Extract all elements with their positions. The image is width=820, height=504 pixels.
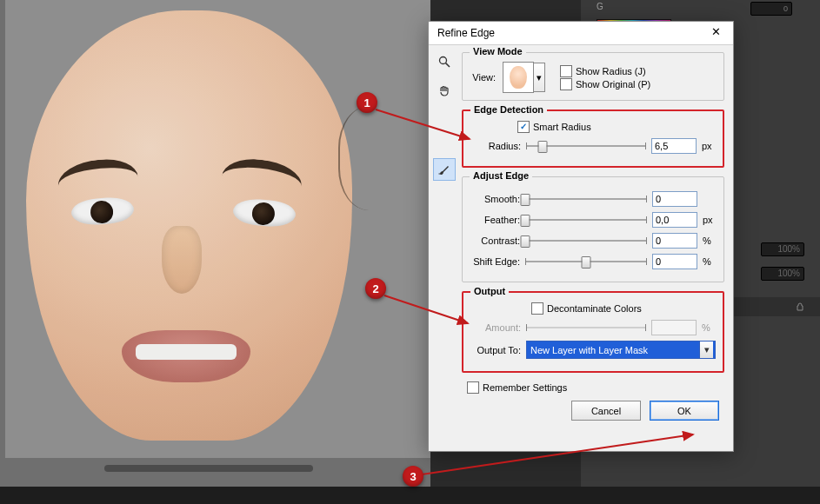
shift-edge-unit: % (703, 256, 717, 267)
smart-radius-label: Smart Radius (533, 122, 591, 132)
feather-input[interactable]: 0,0 (652, 212, 697, 228)
color-channel-label: G (597, 2, 603, 11)
chevron-down-icon: ▾ (699, 342, 713, 358)
radius-unit: px (702, 141, 716, 151)
decontaminate-colors-label: Decontaminate Colors (547, 303, 642, 314)
close-icon: ✕ (711, 25, 721, 38)
magnifier-icon (437, 55, 451, 69)
contrast-unit: % (703, 235, 717, 246)
contrast-input[interactable]: 0 (652, 233, 697, 249)
canvas-scrollbar-horizontal[interactable] (104, 465, 313, 472)
svg-rect-2 (439, 174, 443, 175)
view-label: View: (470, 72, 496, 83)
canvas-viewport (5, 0, 430, 458)
view-mode-group: View Mode View: ▾ Show Radius (J) Show O… (462, 52, 724, 101)
document-canvas[interactable] (0, 0, 430, 487)
face-brow-left (57, 156, 138, 188)
hand-icon (437, 84, 451, 98)
chevron-down-icon: ▾ (534, 63, 545, 92)
face-nose (162, 226, 202, 294)
face-brow-right (222, 156, 303, 188)
face-eye-right (232, 198, 297, 229)
lock-icon (796, 302, 804, 311)
edge-detection-title: Edge Detection (470, 104, 547, 115)
decontaminate-colors-checkbox[interactable]: Decontaminate Colors (531, 302, 716, 315)
checkbox-icon (467, 381, 479, 394)
checkbox-icon (517, 121, 530, 133)
contrast-label: Contrast: (470, 235, 520, 246)
amount-unit: % (702, 322, 716, 333)
shift-edge-input[interactable]: 0 (652, 254, 697, 269)
hand-tool-button[interactable] (433, 80, 456, 103)
contrast-slider[interactable] (525, 235, 647, 247)
brush-icon (437, 162, 451, 176)
zoom-tool-button[interactable] (433, 50, 456, 73)
selection-preview (26, 10, 352, 441)
annotation-marker-3: 3 (403, 466, 423, 487)
stray-hair-edge (338, 106, 415, 210)
output-title: Output (470, 286, 509, 296)
annotation-marker-1: 1 (357, 92, 377, 113)
face-eye-left (70, 196, 135, 227)
edge-detection-group: Edge Detection Smart Radius Radius: 6,5 … (462, 109, 724, 168)
amount-label: Amount: (470, 322, 521, 333)
amount-input (651, 320, 697, 335)
radius-slider[interactable] (526, 140, 646, 152)
remember-settings-checkbox[interactable]: Remember Settings (467, 381, 724, 394)
view-thumbnail-icon (510, 66, 527, 89)
amount-slider (526, 322, 646, 334)
checkbox-icon (560, 78, 572, 90)
shift-edge-label: Shift Edge: (470, 256, 520, 267)
fill-value[interactable]: 100% (761, 267, 804, 281)
show-radius-checkbox[interactable]: Show Radius (J) (560, 65, 650, 77)
checkbox-icon (560, 65, 572, 77)
view-mode-title: View Mode (470, 46, 526, 56)
adjust-edge-title: Adjust Edge (470, 170, 532, 181)
face-mouth (122, 330, 250, 382)
status-bar (0, 487, 820, 504)
output-group: Output Decontaminate Colors Amount: % Ou… (462, 291, 724, 373)
remember-settings-label: Remember Settings (483, 382, 567, 393)
close-button[interactable]: ✕ (703, 25, 728, 41)
svg-point-0 (440, 57, 447, 64)
smooth-slider[interactable] (525, 193, 647, 205)
refine-radius-tool-button[interactable] (433, 158, 456, 181)
show-radius-label: Show Radius (J) (576, 66, 646, 76)
dialog-titlebar[interactable]: Refine Edge ✕ (429, 22, 733, 45)
output-to-value: New Layer with Layer Mask (530, 345, 648, 355)
feather-slider[interactable] (525, 214, 647, 226)
cancel-button[interactable]: Cancel (571, 401, 641, 421)
feather-unit: px (703, 215, 717, 225)
opacity-value[interactable]: 100% (761, 242, 804, 256)
output-to-label: Output To: (470, 345, 521, 355)
refine-edge-dialog: Refine Edge ✕ (428, 21, 734, 452)
feather-label: Feather: (470, 215, 520, 225)
checkbox-icon (531, 302, 543, 315)
shift-edge-slider[interactable] (525, 255, 647, 268)
annotation-marker-2: 2 (365, 278, 386, 299)
smart-radius-checkbox[interactable]: Smart Radius (517, 121, 716, 133)
show-original-checkbox[interactable]: Show Original (P) (560, 78, 650, 90)
radius-input[interactable]: 6,5 (651, 138, 697, 154)
output-to-dropdown[interactable]: New Layer with Layer Mask ▾ (526, 341, 716, 359)
show-original-label: Show Original (P) (576, 79, 650, 90)
smooth-label: Smooth: (470, 194, 520, 204)
color-channel-value[interactable]: 0 (750, 2, 792, 16)
dialog-title: Refine Edge (437, 27, 495, 39)
radius-label: Radius: (470, 141, 521, 151)
smooth-input[interactable]: 0 (652, 191, 697, 207)
ok-button[interactable]: OK (650, 401, 719, 421)
adjust-edge-group: Adjust Edge Smooth: 0 Feather: 0,0 px Co… (462, 176, 724, 282)
view-mode-dropdown[interactable]: ▾ (503, 62, 534, 93)
svg-line-1 (446, 63, 450, 67)
